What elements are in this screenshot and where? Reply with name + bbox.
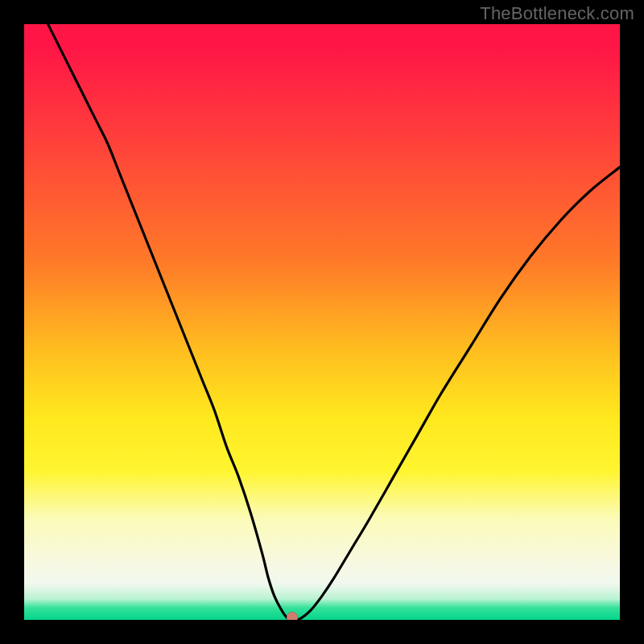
curve-layer [24,24,620,620]
optimal-point-marker [287,612,298,620]
watermark-text: TheBottleneck.com [480,3,634,24]
bottleneck-curve [48,24,620,620]
chart-stage: TheBottleneck.com [0,0,644,644]
plot-area [24,24,620,620]
